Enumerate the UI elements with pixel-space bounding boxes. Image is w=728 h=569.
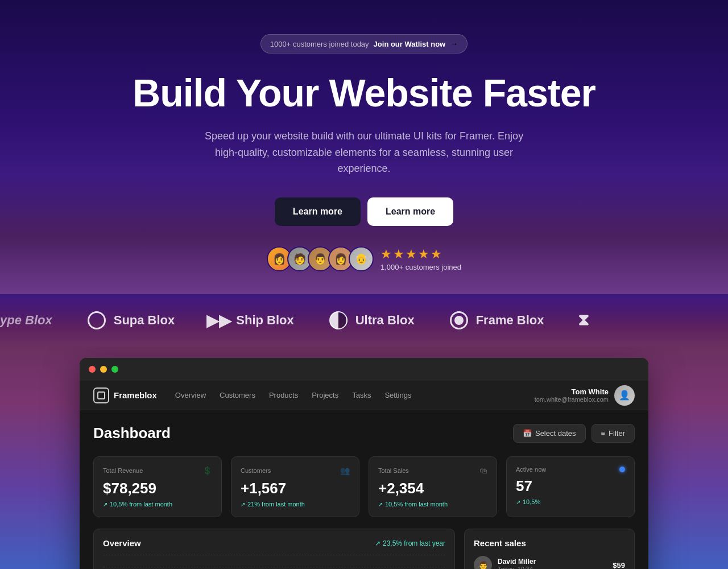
type-blox-label: ype Blox — [0, 313, 52, 328]
active-dot-icon — [619, 467, 625, 472]
hero-subtitle: Speed up your website build with our ult… — [193, 128, 535, 177]
nav-item-overview[interactable]: Overview — [175, 389, 206, 402]
overview-title: Overview — [103, 538, 141, 548]
brand-scroll: ype Blox Supa Blox ▶▶ Ship Blox Ultra Bl… — [0, 310, 728, 331]
stats-grid: Total Revenue 💲 $78,259 ↗ 10,5% from las… — [93, 456, 635, 517]
customers-icon: 👥 — [340, 466, 350, 475]
traffic-light-green[interactable] — [111, 366, 118, 373]
traffic-light-yellow[interactable] — [100, 366, 107, 373]
stat-card-customers: Customers 👥 +1,567 ↗ 21% from last month — [231, 456, 359, 517]
dashboard-title: Dashboard — [93, 424, 171, 442]
sale-item-1: 👨 David Miller Today, 10:34 $59 — [474, 556, 625, 569]
brand-item-ultra-blox: Ultra Blox — [328, 310, 415, 331]
ship-blox-icon: ▶▶ — [209, 310, 229, 331]
logo-icon-inner — [97, 391, 105, 399]
sale-amount-1: $59 — [613, 561, 625, 569]
chart-dashed-line-2 — [103, 567, 445, 567]
select-dates-button[interactable]: 📅 Select dates — [513, 424, 586, 443]
nav-user-name: Tom White — [535, 387, 609, 396]
stat-label-sales: Total Sales 🛍 — [378, 466, 487, 475]
sale-name-1: David Miller — [498, 558, 607, 566]
overview-stat-text: 23,5% from last year — [383, 539, 445, 547]
nav-avatar: 👤 — [614, 385, 635, 406]
brand-bar: ype Blox Supa Blox ▶▶ Ship Blox Ultra Bl… — [0, 294, 728, 347]
ultra-blox-icon — [328, 310, 349, 331]
nav-item-customers[interactable]: Customers — [220, 389, 255, 402]
brand-item-supa-blox: Supa Blox — [86, 310, 175, 331]
brand-item-frame-blox: Frame Blox — [449, 310, 544, 331]
arrow-icon: → — [450, 39, 458, 48]
trend-up-icon: ↗ — [103, 501, 107, 508]
filter-label: Filter — [609, 429, 625, 438]
hero-section: 1000+ customers joined today Join our Wa… — [0, 0, 728, 294]
recent-sales-title: Recent sales — [474, 538, 625, 548]
hourglass-icon: ⧗ — [578, 311, 589, 330]
star-rating: ★★★★★ — [380, 247, 443, 262]
bottom-grid: Overview ↗ 23,5% from last year — [93, 529, 635, 569]
nav-item-projects[interactable]: Projects — [312, 389, 338, 402]
trend-up-icon-3: ↗ — [378, 501, 383, 508]
avatar-5: 👴 — [349, 246, 374, 271]
dashboard-header: Dashboard 📅 Select dates ≡ Filter — [93, 424, 635, 443]
hero-title: Build Your Website Faster — [11, 72, 717, 114]
nav-user: Tom White tom.white@frameblox.com 👤 — [535, 385, 635, 406]
select-dates-label: Select dates — [535, 429, 576, 438]
stat-value-revenue: $78,259 — [103, 480, 212, 497]
learn-more-light-button[interactable]: Learn more — [367, 197, 453, 226]
stat-card-sales: Total Sales 🛍 +2,354 ↗ 10,5% from last m… — [369, 456, 497, 517]
stat-value-sales: +2,354 — [378, 480, 487, 497]
brand-item-extra: ⧗ — [578, 311, 589, 330]
nav-item-tasks[interactable]: Tasks — [352, 389, 371, 402]
social-proof: 👩 🧑 👨 👩 👴 ★★★★★ 1,000+ customers joined — [11, 246, 717, 271]
stat-label-revenue: Total Revenue 💲 — [103, 466, 212, 475]
learn-more-dark-button[interactable]: Learn more — [275, 197, 361, 226]
logo-icon — [93, 387, 109, 403]
sales-icon: 🛍 — [479, 466, 487, 475]
brand-item-ship-blox: ▶▶ Ship Blox — [209, 310, 293, 331]
stat-value-active: 57 — [516, 477, 625, 495]
app-nav: Frameblox Overview Customers Products Pr… — [80, 381, 648, 410]
nav-items: Overview Customers Products Projects Tas… — [175, 389, 535, 402]
nav-item-settings[interactable]: Settings — [384, 389, 411, 402]
filter-button[interactable]: ≡ Filter — [592, 424, 635, 443]
frame-blox-icon — [449, 310, 469, 331]
sale-time-1: Today, 10:34 — [498, 566, 607, 569]
revenue-icon: 💲 — [202, 466, 212, 475]
trend-up-icon-2: ↗ — [241, 501, 245, 508]
avatar-group: 👩 🧑 👨 👩 👴 — [267, 246, 374, 271]
stat-label-active: Active now — [516, 466, 625, 473]
sale-avatar-1: 👨 — [474, 556, 492, 569]
announcement-bar[interactable]: 1000+ customers joined today Join our Wa… — [260, 34, 468, 53]
app-window: Frameblox Overview Customers Products Pr… — [80, 358, 648, 569]
overview-header: Overview ↗ 23,5% from last year — [103, 538, 445, 548]
logo-name: Frameblox — [114, 390, 157, 400]
stat-change-active: ↗ 10,5% — [516, 498, 625, 505]
announcement-text: 1000+ customers joined today — [270, 40, 369, 48]
nav-user-email: tom.white@frameblox.com — [535, 396, 609, 403]
traffic-light-red[interactable] — [89, 366, 96, 373]
customers-count: 1,000+ customers joined — [380, 263, 461, 271]
header-actions: 📅 Select dates ≡ Filter — [513, 424, 635, 443]
app-window-wrapper: Frameblox Overview Customers Products Pr… — [0, 347, 728, 569]
window-titlebar — [80, 358, 648, 381]
filter-icon: ≡ — [601, 429, 606, 438]
nav-user-info: Tom White tom.white@frameblox.com — [535, 387, 609, 403]
stars-group: ★★★★★ 1,000+ customers joined — [380, 247, 461, 271]
supa-blox-icon — [86, 310, 107, 331]
frame-blox-label: Frame Blox — [476, 313, 544, 328]
stat-card-revenue: Total Revenue 💲 $78,259 ↗ 10,5% from las… — [93, 456, 222, 517]
stat-card-active: Active now 57 ↗ 10,5% — [506, 456, 635, 517]
stat-change-sales: ↗ 10,5% from last month — [378, 501, 487, 508]
trend-icon: ↗ — [375, 539, 380, 547]
announcement-link[interactable]: Join our Watlist now — [374, 40, 446, 48]
supa-blox-label: Supa Blox — [114, 313, 175, 328]
brand-item-type-blox: ype Blox — [0, 313, 52, 328]
nav-item-products[interactable]: Products — [269, 389, 298, 402]
calendar-icon: 📅 — [523, 429, 532, 438]
app-logo: Frameblox — [93, 387, 157, 403]
recent-sales-card: Recent sales 👨 David Miller Today, 10:34… — [464, 529, 635, 569]
ultra-blox-label: Ultra Blox — [355, 313, 415, 328]
app-content: Dashboard 📅 Select dates ≡ Filter — [80, 410, 648, 569]
stat-label-customers: Customers 👥 — [241, 466, 350, 475]
ship-blox-label: Ship Blox — [236, 313, 293, 328]
